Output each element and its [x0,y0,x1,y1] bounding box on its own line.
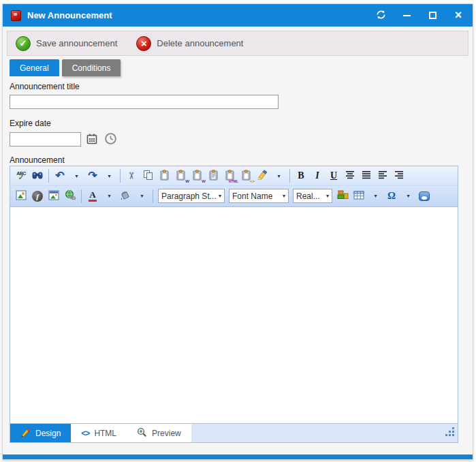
paste-as-html-button[interactable]: HTML [221,168,238,183]
format-stripper-brush-icon [257,170,268,182]
time-picker-button[interactable] [104,133,117,147]
separator [48,169,49,183]
editor-toolbar-row2: f A [10,186,458,206]
chevron-down-icon: ▾ [140,193,143,199]
spellcheck-button[interactable]: ABC ✓ [13,168,29,183]
expire-date-input[interactable] [10,132,81,147]
chevron-down-icon: ▾ [374,193,377,199]
undo-dropdown-button[interactable]: ▾ [68,168,84,183]
font-name-select[interactable]: Font Name ▾ [229,189,289,203]
format-stripper-button[interactable] [254,168,270,183]
align-left-icon [377,170,388,181]
insert-table-button[interactable] [351,189,367,204]
font-color-icon: A [89,190,97,202]
paste-button[interactable] [156,168,172,183]
editor-content-area[interactable] [11,208,457,423]
resize-grip[interactable] [445,427,455,439]
chevron-down-icon: ▾ [277,173,280,179]
redo-button[interactable]: ↷ [84,168,101,183]
insert-table-dropdown-button[interactable]: ▾ [367,189,383,204]
tab-general[interactable]: General [10,59,59,76]
separator [120,169,121,183]
chevron-down-icon: ▾ [407,193,409,199]
align-center-icon [345,170,355,181]
code-brackets-icon: <> [81,429,89,438]
announcement-title-input[interactable] [10,95,279,109]
mode-tab-design[interactable]: Design [10,424,71,442]
underline-icon: U [330,170,337,181]
page-tabs: General Conditions [10,59,121,76]
undo-icon: ↶ [55,170,64,181]
justify-icon [361,170,372,181]
mode-tab-preview[interactable]: Preview [127,424,191,442]
hyperlink-manager-button[interactable] [62,189,78,204]
italic-button[interactable]: I [309,168,326,183]
titlebar: New Announcement × [3,4,473,27]
date-picker-button[interactable] [85,133,99,147]
save-announcement-button[interactable]: ✓ Save announcement [16,36,117,51]
insert-symbol-dropdown-button[interactable]: ▾ [400,189,416,204]
insert-snippet-button[interactable] [334,189,351,204]
find-replace-button[interactable] [29,168,46,183]
spellcheck-icon: ABC ✓ [16,171,26,181]
paragraph-style-select[interactable]: Paragraph St... ▾ [158,189,225,203]
chevron-down-icon: ▾ [283,193,285,199]
pencil-icon [20,427,31,439]
redo-dropdown-button[interactable]: ▾ [101,168,117,183]
background-color-button[interactable] [117,189,133,204]
undo-button[interactable]: ↶ [52,168,68,183]
window-title: New Announcement [27,10,112,20]
maximize-icon [429,12,437,19]
insert-symbol-button[interactable]: Ω [383,189,400,204]
close-icon: × [455,9,462,21]
separator [153,189,153,203]
italic-icon: I [315,170,319,181]
paste-plain-text-button[interactable] [205,168,221,183]
maximize-button[interactable] [426,10,439,22]
tab-conditions[interactable]: Conditions [62,59,121,76]
mode-tab-html[interactable]: <> HTML [71,424,127,442]
justify-button[interactable] [358,168,375,183]
cut-button[interactable]: ✂ [123,168,140,183]
editor-toolbar: ABC ✓ ↶ ▾ ↷ ▾ [10,166,458,207]
format-stripper-dropdown-button[interactable]: ▾ [270,168,287,183]
announcement-icon [11,10,21,21]
delete-announcement-button[interactable]: × Delete announcement [136,36,243,51]
font-color-dropdown-button[interactable]: ▾ [101,189,117,204]
paste-plain-text-icon [208,170,219,183]
separator [81,189,82,203]
paste-from-word-button[interactable]: W [172,168,189,183]
media-manager-button[interactable] [46,189,62,204]
refresh-icon [376,10,386,22]
align-right-icon [394,170,404,181]
align-center-button[interactable] [342,168,358,183]
media-icon [48,190,59,202]
chevron-down-icon: ▾ [326,193,329,199]
hyperlink-globe-icon [65,189,76,202]
copy-button[interactable] [140,168,156,183]
window-bottom-edge [3,455,473,459]
underline-button[interactable]: U [326,168,342,183]
refresh-button[interactable] [375,10,387,22]
paste-from-word-strip-button[interactable]: W [189,168,205,183]
align-left-button[interactable] [375,168,391,183]
font-color-button[interactable]: A [84,189,101,204]
bold-icon: B [298,170,304,181]
paste-icon [159,170,170,183]
window-controls: × [375,10,464,22]
paste-html-button[interactable]: <> [238,168,254,183]
delete-announcement-label: Delete announcement [157,38,243,48]
chevron-down-icon: ▾ [108,173,110,179]
flash-manager-button[interactable]: f [29,189,46,204]
font-size-select[interactable]: Real... ▾ [293,189,332,203]
align-right-button[interactable] [391,168,407,183]
image-manager-button[interactable] [13,189,29,204]
background-color-dropdown-button[interactable]: ▾ [133,189,150,204]
minimize-button[interactable] [400,10,413,22]
bold-button[interactable]: B [293,168,309,183]
close-button[interactable]: × [452,10,464,22]
save-announcement-label: Save announcement [36,38,117,48]
silverlight-manager-button[interactable] [416,189,432,204]
redo-icon: ↷ [88,170,97,181]
magnifier-icon [137,427,147,440]
